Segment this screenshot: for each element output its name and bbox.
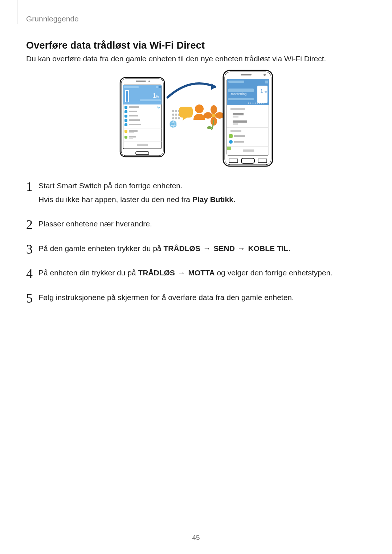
svg-point-68 [259,103,260,104]
step: 1Start Smart Switch på den forrige enhet… [26,180,366,207]
svg-rect-62 [228,98,254,100]
step-number: 3 [26,243,38,256]
svg-point-67 [257,103,258,104]
text: Start Smart Switch på den forrige enhete… [38,181,183,190]
right-phone-percent: 1 [260,88,263,94]
step: 4På enheten din trykker du på TRÅDLØS → … [26,267,366,281]
text: . [233,195,236,204]
svg-point-53 [264,74,266,76]
svg-point-45 [204,112,212,119]
text: . [288,244,290,253]
left-phone-percent-suffix: % [156,95,159,99]
step-body: Start Smart Switch på den forrige enhete… [38,180,366,207]
svg-point-41 [195,104,204,113]
right-phone-label: Transferring... [229,92,249,96]
svg-point-63 [248,103,249,104]
text: På den gamle enheten trykker du på [38,244,163,253]
svg-rect-28 [129,136,136,138]
svg-point-70 [264,103,265,104]
svg-rect-11 [126,91,128,102]
bold-text: Play Butikk [192,195,233,204]
center-icons [170,104,224,130]
svg-rect-13 [124,106,127,109]
person-icon [193,104,205,120]
svg-rect-59 [265,81,268,83]
text: Følg instruksjonene på skjermen for å ov… [38,293,294,301]
left-phone-icon: 1 % [120,78,164,157]
margin-bar [17,0,17,24]
transfer-figure-svg: 1 % [118,69,274,171]
svg-rect-60 [228,89,254,92]
step-number: 2 [26,218,38,231]
svg-point-35 [172,114,174,116]
svg-point-36 [175,114,177,116]
svg-rect-76 [227,127,269,128]
svg-rect-8 [156,86,158,88]
svg-rect-25 [129,130,138,132]
transfer-arrow-icon [167,83,216,98]
svg-rect-72 [233,113,244,115]
step-line: Start Smart Switch på den forrige enhete… [38,180,366,192]
text: Hvis du ikke har appen, laster du den ne… [38,195,192,204]
svg-point-40 [178,117,180,119]
svg-rect-31 [137,144,148,146]
svg-rect-9 [159,86,161,88]
svg-rect-80 [229,140,233,144]
step-body: På den gamle enheten trykker du på TRÅDL… [38,243,366,257]
svg-rect-83 [227,147,231,150]
step-line: Plasser enhetene nær hverandre. [38,218,366,230]
svg-point-4 [148,81,150,82]
svg-rect-79 [234,135,245,137]
svg-point-43 [211,105,217,114]
svg-rect-82 [227,146,269,147]
intro-text: Du kan overføre data fra den gamle enhet… [26,54,326,63]
svg-rect-15 [124,110,127,113]
svg-rect-58 [228,81,244,83]
page-number: 45 [0,534,392,542]
svg-rect-12 [140,99,161,101]
svg-rect-73 [233,116,238,118]
step-line: Følg instruksjonene på skjermen for å ov… [38,292,366,303]
svg-rect-29 [129,138,133,139]
bold-text: MOTTA [188,268,215,277]
step-body: Følg instruksjonene på skjermen for å ov… [38,292,366,305]
flower-icon [204,105,224,130]
svg-rect-75 [233,123,238,125]
svg-point-32 [172,110,174,112]
svg-rect-77 [230,130,241,132]
globe-icon [170,120,177,128]
svg-rect-22 [129,124,141,125]
svg-rect-74 [233,120,247,123]
right-phone-icon: Transferring... 1 % [223,70,273,166]
svg-rect-78 [229,134,233,138]
bold-text: TRÅDLØS [138,268,175,277]
svg-rect-23 [123,128,162,128]
breadcrumb: Grunnleggende [26,15,79,23]
svg-rect-26 [129,132,134,133]
svg-rect-84 [243,149,254,152]
text: På enheten din trykker du på [38,268,138,277]
svg-point-47 [207,126,212,129]
svg-rect-18 [129,115,138,116]
step: 3På den gamle enheten trykker du på TRÅD… [26,243,366,257]
step-number: 5 [26,292,38,305]
step-body: Plasser enhetene nær hverandre. [38,218,366,232]
svg-point-46 [215,112,224,119]
arrow-text: → [235,244,248,253]
section-title: Overføre data trådløst via Wi-Fi Direct [26,40,205,51]
chat-bubble-icon [179,107,193,120]
svg-rect-3 [136,81,146,82]
svg-rect-20 [129,119,140,121]
arrow-text: → [175,268,188,277]
steps-list: 1Start Smart Switch på den forrige enhet… [26,180,366,316]
svg-point-66 [255,103,256,104]
text: Plasser enhetene nær hverandre. [38,219,152,228]
svg-point-65 [253,103,254,104]
step-body: På enheten din trykker du på TRÅDLØS → M… [38,267,366,281]
arrow-text: → [200,244,214,253]
svg-rect-21 [124,123,127,126]
bold-text: TRÅDLØS [163,244,200,253]
svg-point-33 [175,110,177,112]
svg-point-38 [172,117,174,119]
step-line: På den gamle enheten trykker du på TRÅDL… [38,243,366,254]
